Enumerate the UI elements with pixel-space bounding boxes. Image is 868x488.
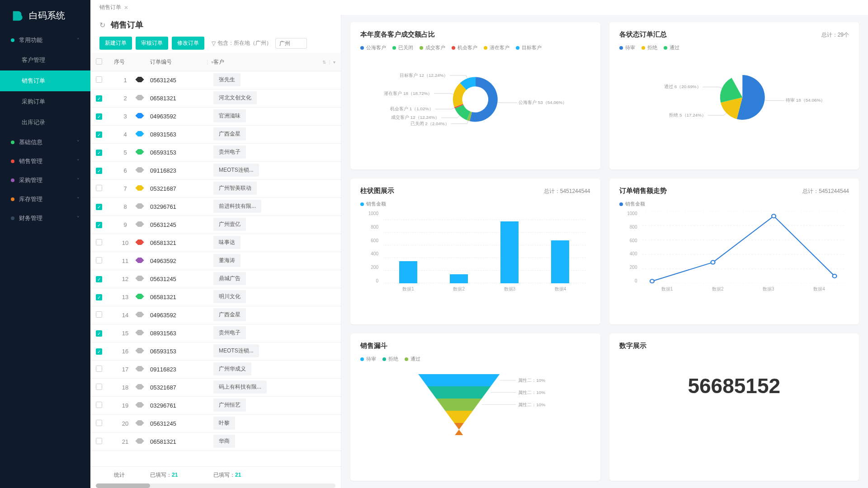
customer-pill[interactable]: 河北文创文化 [213,91,257,104]
scrollbar-thumb[interactable] [96,483,150,488]
customer-pill[interactable]: 明川文化 [213,290,246,303]
table-row[interactable]: ✓ 4 08931563 广西金星 [90,126,341,144]
col-order-no[interactable]: 订单编号⋮ ▾ [150,58,213,66]
customer-pill[interactable]: 广州恒艺 [213,399,246,412]
customer-pill[interactable]: 贵州电子 [213,145,246,159]
table-row[interactable]: ✓ 13 06581321 明川文化 [90,288,341,306]
customer-pill[interactable]: 张先生 [213,73,241,86]
table-row[interactable]: 18 05321687 码上有科技有限... [90,379,341,397]
nav-item[interactable]: 客户管理 [0,50,90,70]
table-row[interactable]: 7 05321687 广州智美联动 [90,180,341,198]
row-checkbox[interactable] [96,420,102,426]
customer-pill[interactable]: 官洲滋味 [213,109,246,122]
table-row[interactable]: 10 06581321 味事达 [90,234,341,252]
nav-item[interactable]: 出库记录 [0,112,90,133]
horizontal-scrollbar[interactable] [96,483,335,488]
audit-order-button[interactable]: 审核订单 [136,37,168,50]
customer-pill[interactable]: 广州智美联动 [213,182,257,195]
table-row[interactable]: ✓ 2 06581321 河北文创文化 [90,89,341,108]
table-row[interactable]: 21 06581321 华商 [90,433,341,451]
row-checkbox[interactable] [96,185,102,191]
new-order-button[interactable]: 新建订单 [99,37,132,50]
legend-item[interactable]: 通过 [405,356,420,362]
table-row[interactable]: ✓ 15 08931563 贵州电子 [90,324,341,343]
customer-pill[interactable]: 前进科技有限... [213,200,261,213]
search-input[interactable] [275,38,307,49]
nav-section[interactable]: 库存管理˅ [0,190,90,209]
nav-section[interactable]: 销售管理˅ [0,152,90,171]
row-checkbox[interactable] [96,239,102,245]
nav-section[interactable]: 财务管理˅ [0,209,90,228]
row-checkbox[interactable] [96,438,102,444]
row-checkbox[interactable]: ✓ [96,168,102,174]
legend-item[interactable]: 潜在客户 [484,44,509,51]
row-checkbox[interactable]: ✓ [96,204,102,210]
nav-section[interactable]: 采购管理˅ [0,171,90,190]
table-row[interactable]: ✓ 6 09116823 MEOTS连锁... [90,162,341,180]
table-row[interactable]: ✓ 9 05631245 广州壹亿 [90,216,341,234]
sort-icon[interactable]: ⋮ ▾ [205,60,213,65]
row-checkbox[interactable]: ✓ [96,113,102,120]
edit-order-button[interactable]: 修改订单 [172,37,204,50]
select-all-checkbox[interactable] [96,58,102,65]
table-row[interactable]: 20 05631245 叶黎 [90,415,341,433]
table-row[interactable]: ✓ 5 06593153 贵州电子 [90,144,341,162]
table-row[interactable]: ✓ 3 04963592 官洲滋味 [90,108,341,126]
customer-pill[interactable]: MEOTS连锁... [213,344,259,357]
customer-pill[interactable]: 叶黎 [213,417,235,430]
table-row[interactable]: 14 04963592 广西金星 [90,306,341,324]
row-checkbox[interactable]: ✓ [96,150,102,156]
customer-pill[interactable]: 贵州电子 [213,326,246,339]
row-checkbox[interactable] [96,257,102,263]
row-checkbox[interactable] [96,76,102,83]
row-checkbox[interactable] [96,402,102,408]
customer-pill[interactable]: 码上有科技有限... [213,380,267,394]
customer-pill[interactable]: 味事达 [213,236,241,249]
legend-item[interactable]: 成交客户 [420,44,445,51]
refresh-icon[interactable]: ↻ [99,21,105,29]
col-seq[interactable]: 序号 [114,58,137,66]
legend-item[interactable]: 机会客户 [452,44,477,51]
row-checkbox[interactable]: ✓ [96,294,102,300]
row-checkbox[interactable] [96,384,102,390]
row-checkbox[interactable]: ✓ [96,330,102,337]
row-checkbox[interactable]: ✓ [96,95,102,102]
customer-pill[interactable]: 华商 [213,435,235,448]
row-checkbox[interactable] [96,311,102,318]
customer-pill[interactable]: 广西金星 [213,127,246,141]
row-checkbox[interactable] [96,366,102,372]
col-customer[interactable]: 客户⇅ ⋮ ▾ [213,58,335,66]
column-menu-icon[interactable]: ⇅ ⋮ ▾ [322,60,335,65]
table-row[interactable]: ✓ 16 06593153 MEOTS连锁... [90,343,341,361]
breadcrumb-item[interactable]: 销售订单 [99,4,121,11]
customer-pill[interactable]: 广州壹亿 [213,218,246,231]
customer-pill[interactable]: 董海涛 [213,254,241,267]
customer-pill[interactable]: 广州华成义 [213,362,251,375]
close-icon[interactable]: ✕ [124,5,128,11]
table-row[interactable]: 11 04963592 董海涛 [90,252,341,270]
customer-pill[interactable]: MEOTS连锁... [213,164,259,177]
row-checkbox[interactable]: ✓ [96,131,102,138]
customer-pill[interactable]: 鼎城广告 [213,272,246,285]
legend-item[interactable]: 通过 [664,44,679,51]
nav-section[interactable]: 常用功能˄ [0,31,90,50]
nav-item[interactable]: 采购订单 [0,91,90,112]
legend-item[interactable]: 拒绝 [382,356,398,362]
table-row[interactable]: ✓ 8 03296761 前进科技有限... [90,198,341,216]
table-row[interactable]: 19 03296761 广州恒艺 [90,397,341,415]
row-checkbox[interactable]: ✓ [96,276,102,282]
customer-pill[interactable]: 广西金星 [213,308,246,321]
table-row[interactable]: 17 09116823 广州华成义 [90,361,341,379]
nav-section[interactable]: 基础信息˅ [0,133,90,152]
legend-item[interactable]: 待审 [360,356,376,362]
row-checkbox[interactable]: ✓ [96,348,102,355]
legend-item[interactable]: 已关闭 [392,44,413,51]
table-row[interactable]: ✓ 12 05631245 鼎城广告 [90,270,341,288]
legend-item[interactable]: 公海客户 [360,44,386,51]
legend-item[interactable]: 待审 [619,44,635,51]
legend-item[interactable]: 目标客户 [516,44,542,51]
nav-item[interactable]: 销售订单 [0,70,90,91]
legend-item[interactable]: 拒绝 [642,44,657,51]
filter-pill[interactable]: ▽ 包含：所在地（广州） [212,39,272,47]
table-row[interactable]: 1 05631245 张先生 [90,71,341,89]
